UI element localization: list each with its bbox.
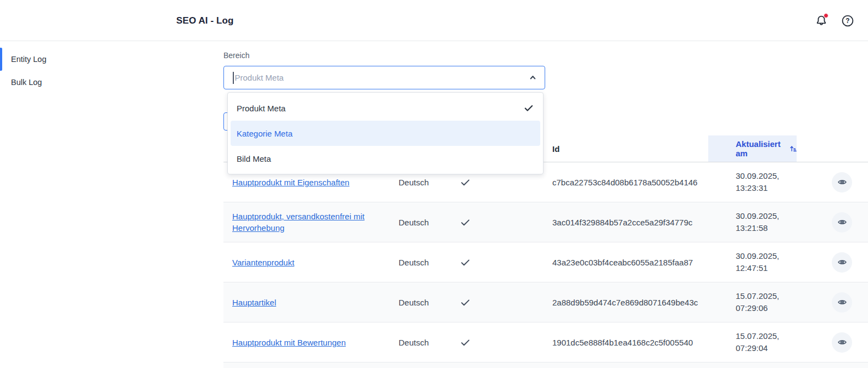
- updated-time: 07:29:04: [736, 342, 768, 354]
- entity-name-link[interactable]: Variantenprodukt: [232, 257, 294, 268]
- view-details-button[interactable]: [832, 252, 852, 273]
- text-cursor: [233, 72, 234, 84]
- updated-time: 13:23:31: [736, 182, 768, 194]
- check-icon: [524, 103, 534, 113]
- eye-icon: [837, 217, 847, 227]
- option-label: Kategorie Meta: [237, 129, 534, 138]
- eye-icon: [837, 337, 847, 347]
- help-icon: ?: [841, 14, 855, 28]
- sidebar: Entity Log Bulk Log: [0, 42, 223, 368]
- sidebar-item-entity-log[interactable]: Entity Log: [0, 48, 223, 71]
- view-details-button[interactable]: [832, 172, 852, 193]
- id-cell: 43a23e0c03bf4ceabc6055a2185faa87: [544, 242, 708, 282]
- sidebar-item-label: Bulk Log: [11, 78, 42, 87]
- notification-dot: [824, 13, 828, 18]
- updated-date: 15.07.2025,: [736, 330, 779, 342]
- entity-name-link[interactable]: Hauptprodukt mit Eigenschaften: [232, 177, 349, 188]
- sort-ascending-icon: [789, 144, 797, 153]
- updated-time: 07:29:06: [736, 302, 768, 314]
- option-produkt-meta[interactable]: Produkt Meta: [231, 95, 540, 121]
- option-kategorie-meta[interactable]: Kategorie Meta: [231, 121, 540, 146]
- id-cell: 3ac014f329884b57a2cce5a29f34779c: [544, 202, 708, 242]
- partial-next-row: [223, 363, 868, 368]
- success-check-icon: [460, 257, 471, 268]
- updated-cell: 30.09.2025, 13:23:31: [708, 162, 797, 202]
- topbar-icons: ?: [813, 0, 856, 41]
- updated-time: 12:47:51: [736, 262, 768, 274]
- id-cell: 2a88d9b59d474c7e869d8071649be43c: [544, 282, 708, 322]
- chevron-up-icon: [529, 73, 537, 82]
- updated-date: 15.07.2025,: [736, 290, 779, 302]
- language-cell: Deutsch: [390, 242, 451, 282]
- view-details-button[interactable]: [832, 292, 852, 313]
- entity-name-link[interactable]: Hauptartikel: [232, 297, 276, 308]
- table-row: Hauptprodukt mit Bewertungen Deutsch 190…: [223, 322, 868, 363]
- column-header-actions: [797, 135, 868, 162]
- option-label: Produkt Meta: [237, 104, 524, 113]
- success-check-icon: [460, 297, 471, 308]
- help-button[interactable]: ?: [839, 13, 856, 29]
- column-header-aktualisiert-am[interactable]: Aktualisiert am: [708, 135, 797, 162]
- notifications-button[interactable]: [813, 13, 830, 29]
- bereich-label: Bereich: [223, 51, 249, 60]
- entity-name-link[interactable]: Hauptprodukt mit Bewertungen: [232, 337, 346, 348]
- active-indicator: [0, 48, 2, 71]
- table-row: Variantenprodukt Deutsch 43a23e0c03bf4ce…: [223, 242, 868, 282]
- column-header-id[interactable]: Id: [544, 135, 708, 162]
- updated-date: 30.09.2025,: [736, 210, 779, 222]
- table-row: Hauptprodukt, versandkostenfrei mit Herv…: [223, 202, 868, 242]
- success-check-icon: [460, 217, 471, 228]
- updated-cell: 15.07.2025, 07:29:06: [708, 282, 797, 322]
- entity-name-link[interactable]: Hauptprodukt, versandkostenfrei mit Herv…: [232, 211, 382, 234]
- page-title: SEO AI - Log: [176, 0, 233, 41]
- success-check-icon: [460, 337, 471, 348]
- updated-time: 13:21:58: [736, 222, 768, 234]
- table-row: Hauptartikel Deutsch 2a88d9b59d474c7e869…: [223, 282, 868, 322]
- language-cell: Deutsch: [390, 322, 451, 362]
- option-label: Bild Meta: [237, 154, 534, 163]
- bereich-dropdown: Produkt Meta Kategorie Meta Bild Meta: [227, 92, 544, 174]
- eye-icon: [837, 177, 847, 187]
- bereich-select[interactable]: Produkt Meta: [223, 66, 545, 89]
- sidebar-item-label: Entity Log: [11, 55, 47, 64]
- language-cell: Deutsch: [390, 202, 451, 242]
- svg-text:?: ?: [845, 17, 849, 25]
- language-cell: Deutsch: [390, 282, 451, 322]
- updated-cell: 30.09.2025, 13:21:58: [708, 202, 797, 242]
- topbar: SEO AI - Log ?: [0, 0, 868, 41]
- select-placeholder: Produkt Meta: [235, 73, 529, 82]
- success-check-icon: [460, 177, 471, 188]
- view-details-button[interactable]: [832, 212, 852, 233]
- updated-date: 30.09.2025,: [736, 170, 779, 182]
- id-cell: 1901dc5e888f4b1ea4168c2c5f005540: [544, 322, 708, 362]
- updated-date: 30.09.2025,: [736, 250, 779, 262]
- option-bild-meta[interactable]: Bild Meta: [231, 146, 540, 171]
- view-details-button[interactable]: [832, 332, 852, 353]
- sidebar-item-bulk-log[interactable]: Bulk Log: [0, 71, 223, 94]
- column-header-label: Aktualisiert am: [736, 139, 785, 158]
- updated-cell: 30.09.2025, 12:47:51: [708, 242, 797, 282]
- eye-icon: [837, 297, 847, 307]
- eye-icon: [837, 257, 847, 267]
- id-cell: c7bca22753c84d08b6178a50052b4146: [544, 162, 708, 202]
- updated-cell: 15.07.2025, 07:29:04: [708, 322, 797, 362]
